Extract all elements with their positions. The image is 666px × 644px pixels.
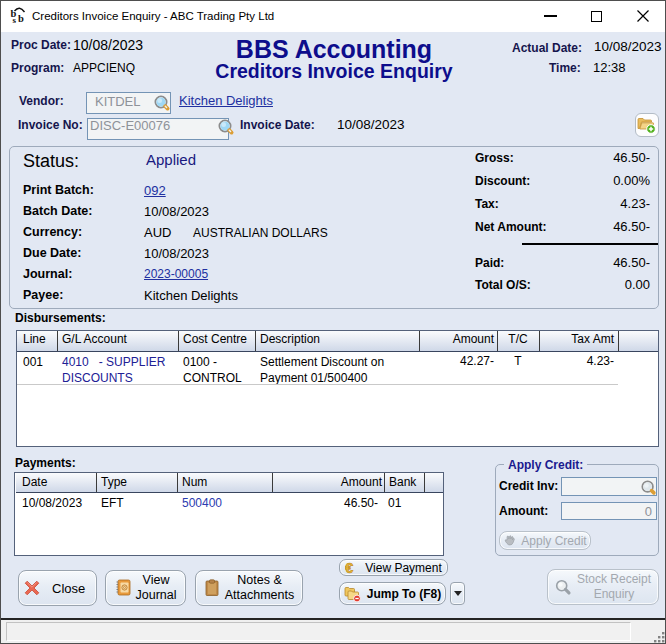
- svg-text:b: b: [18, 13, 24, 24]
- svg-text:€: €: [345, 561, 353, 575]
- svg-text:s: s: [13, 15, 17, 24]
